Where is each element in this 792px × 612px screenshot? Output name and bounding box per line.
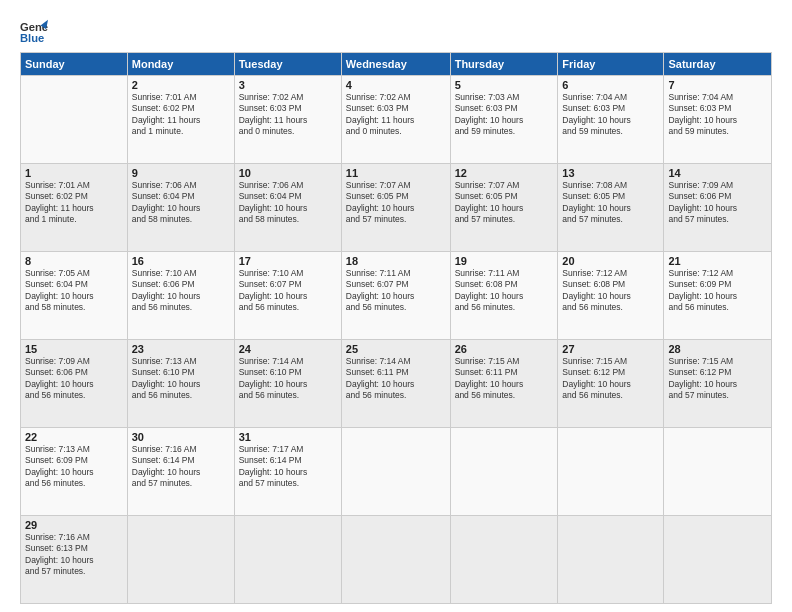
calendar-cell: 11Sunrise: 7:07 AM Sunset: 6:05 PM Dayli… <box>341 164 450 252</box>
calendar-cell: 23Sunrise: 7:13 AM Sunset: 6:10 PM Dayli… <box>127 340 234 428</box>
day-info: Sunrise: 7:12 AM Sunset: 6:08 PM Dayligh… <box>562 268 659 314</box>
calendar-cell: 6Sunrise: 7:04 AM Sunset: 6:03 PM Daylig… <box>558 76 664 164</box>
calendar-cell: 16Sunrise: 7:10 AM Sunset: 6:06 PM Dayli… <box>127 252 234 340</box>
day-number: 15 <box>25 343 123 355</box>
day-number: 24 <box>239 343 337 355</box>
day-header: Wednesday <box>341 53 450 76</box>
day-info: Sunrise: 7:13 AM Sunset: 6:09 PM Dayligh… <box>25 444 123 490</box>
day-info: Sunrise: 7:09 AM Sunset: 6:06 PM Dayligh… <box>25 356 123 402</box>
day-number: 8 <box>25 255 123 267</box>
calendar-cell: 31Sunrise: 7:17 AM Sunset: 6:14 PM Dayli… <box>234 428 341 516</box>
day-info: Sunrise: 7:15 AM Sunset: 6:11 PM Dayligh… <box>455 356 554 402</box>
day-number: 7 <box>668 79 767 91</box>
calendar-cell: 3Sunrise: 7:02 AM Sunset: 6:03 PM Daylig… <box>234 76 341 164</box>
calendar-table: SundayMondayTuesdayWednesdayThursdayFrid… <box>20 52 772 604</box>
day-number: 12 <box>455 167 554 179</box>
calendar-cell <box>21 76 128 164</box>
calendar-cell <box>450 428 558 516</box>
calendar-week: 1Sunrise: 7:01 AM Sunset: 6:02 PM Daylig… <box>21 164 772 252</box>
day-info: Sunrise: 7:04 AM Sunset: 6:03 PM Dayligh… <box>668 92 767 138</box>
day-number: 26 <box>455 343 554 355</box>
day-info: Sunrise: 7:02 AM Sunset: 6:03 PM Dayligh… <box>346 92 446 138</box>
day-number: 5 <box>455 79 554 91</box>
day-number: 16 <box>132 255 230 267</box>
day-number: 30 <box>132 431 230 443</box>
calendar-cell: 20Sunrise: 7:12 AM Sunset: 6:08 PM Dayli… <box>558 252 664 340</box>
day-info: Sunrise: 7:06 AM Sunset: 6:04 PM Dayligh… <box>132 180 230 226</box>
calendar-cell <box>341 516 450 604</box>
calendar-cell: 10Sunrise: 7:06 AM Sunset: 6:04 PM Dayli… <box>234 164 341 252</box>
calendar-cell: 29Sunrise: 7:16 AM Sunset: 6:13 PM Dayli… <box>21 516 128 604</box>
day-info: Sunrise: 7:09 AM Sunset: 6:06 PM Dayligh… <box>668 180 767 226</box>
svg-text:Blue: Blue <box>20 32 44 44</box>
calendar-cell: 21Sunrise: 7:12 AM Sunset: 6:09 PM Dayli… <box>664 252 772 340</box>
calendar-week: 29Sunrise: 7:16 AM Sunset: 6:13 PM Dayli… <box>21 516 772 604</box>
day-number: 28 <box>668 343 767 355</box>
day-header: Thursday <box>450 53 558 76</box>
calendar-cell: 5Sunrise: 7:03 AM Sunset: 6:03 PM Daylig… <box>450 76 558 164</box>
day-number: 1 <box>25 167 123 179</box>
calendar-cell: 15Sunrise: 7:09 AM Sunset: 6:06 PM Dayli… <box>21 340 128 428</box>
calendar-cell: 28Sunrise: 7:15 AM Sunset: 6:12 PM Dayli… <box>664 340 772 428</box>
day-number: 29 <box>25 519 123 531</box>
calendar-cell: 14Sunrise: 7:09 AM Sunset: 6:06 PM Dayli… <box>664 164 772 252</box>
logo: General Blue <box>20 18 48 46</box>
calendar-cell: 12Sunrise: 7:07 AM Sunset: 6:05 PM Dayli… <box>450 164 558 252</box>
day-info: Sunrise: 7:04 AM Sunset: 6:03 PM Dayligh… <box>562 92 659 138</box>
day-number: 14 <box>668 167 767 179</box>
calendar-cell: 30Sunrise: 7:16 AM Sunset: 6:14 PM Dayli… <box>127 428 234 516</box>
logo-icon: General Blue <box>20 18 48 46</box>
day-info: Sunrise: 7:06 AM Sunset: 6:04 PM Dayligh… <box>239 180 337 226</box>
day-number: 23 <box>132 343 230 355</box>
day-number: 20 <box>562 255 659 267</box>
calendar-cell <box>664 516 772 604</box>
calendar-cell: 4Sunrise: 7:02 AM Sunset: 6:03 PM Daylig… <box>341 76 450 164</box>
calendar-cell: 27Sunrise: 7:15 AM Sunset: 6:12 PM Dayli… <box>558 340 664 428</box>
day-info: Sunrise: 7:03 AM Sunset: 6:03 PM Dayligh… <box>455 92 554 138</box>
day-info: Sunrise: 7:16 AM Sunset: 6:13 PM Dayligh… <box>25 532 123 578</box>
calendar-cell <box>558 428 664 516</box>
calendar-cell: 24Sunrise: 7:14 AM Sunset: 6:10 PM Dayli… <box>234 340 341 428</box>
calendar-cell <box>234 516 341 604</box>
day-header: Monday <box>127 53 234 76</box>
calendar-week: 22Sunrise: 7:13 AM Sunset: 6:09 PM Dayli… <box>21 428 772 516</box>
day-number: 6 <box>562 79 659 91</box>
day-number: 22 <box>25 431 123 443</box>
day-info: Sunrise: 7:15 AM Sunset: 6:12 PM Dayligh… <box>562 356 659 402</box>
day-number: 18 <box>346 255 446 267</box>
day-number: 4 <box>346 79 446 91</box>
day-number: 11 <box>346 167 446 179</box>
day-info: Sunrise: 7:16 AM Sunset: 6:14 PM Dayligh… <box>132 444 230 490</box>
calendar-week: 8Sunrise: 7:05 AM Sunset: 6:04 PM Daylig… <box>21 252 772 340</box>
day-info: Sunrise: 7:14 AM Sunset: 6:11 PM Dayligh… <box>346 356 446 402</box>
day-info: Sunrise: 7:11 AM Sunset: 6:08 PM Dayligh… <box>455 268 554 314</box>
calendar-cell <box>341 428 450 516</box>
calendar-cell: 17Sunrise: 7:10 AM Sunset: 6:07 PM Dayli… <box>234 252 341 340</box>
calendar-cell: 8Sunrise: 7:05 AM Sunset: 6:04 PM Daylig… <box>21 252 128 340</box>
calendar-cell <box>450 516 558 604</box>
calendar-body: 2Sunrise: 7:01 AM Sunset: 6:02 PM Daylig… <box>21 76 772 604</box>
calendar-cell <box>664 428 772 516</box>
calendar-cell: 1Sunrise: 7:01 AM Sunset: 6:02 PM Daylig… <box>21 164 128 252</box>
day-number: 27 <box>562 343 659 355</box>
calendar-cell <box>127 516 234 604</box>
page-container: General Blue SundayMondayTuesdayWednesda… <box>0 0 792 612</box>
day-info: Sunrise: 7:07 AM Sunset: 6:05 PM Dayligh… <box>455 180 554 226</box>
day-info: Sunrise: 7:12 AM Sunset: 6:09 PM Dayligh… <box>668 268 767 314</box>
calendar-cell: 26Sunrise: 7:15 AM Sunset: 6:11 PM Dayli… <box>450 340 558 428</box>
day-number: 21 <box>668 255 767 267</box>
day-info: Sunrise: 7:08 AM Sunset: 6:05 PM Dayligh… <box>562 180 659 226</box>
day-info: Sunrise: 7:01 AM Sunset: 6:02 PM Dayligh… <box>25 180 123 226</box>
day-number: 9 <box>132 167 230 179</box>
day-header: Friday <box>558 53 664 76</box>
day-info: Sunrise: 7:11 AM Sunset: 6:07 PM Dayligh… <box>346 268 446 314</box>
calendar-cell: 18Sunrise: 7:11 AM Sunset: 6:07 PM Dayli… <box>341 252 450 340</box>
calendar-cell: 19Sunrise: 7:11 AM Sunset: 6:08 PM Dayli… <box>450 252 558 340</box>
day-number: 19 <box>455 255 554 267</box>
day-info: Sunrise: 7:07 AM Sunset: 6:05 PM Dayligh… <box>346 180 446 226</box>
calendar-cell: 9Sunrise: 7:06 AM Sunset: 6:04 PM Daylig… <box>127 164 234 252</box>
day-info: Sunrise: 7:01 AM Sunset: 6:02 PM Dayligh… <box>132 92 230 138</box>
calendar-cell: 22Sunrise: 7:13 AM Sunset: 6:09 PM Dayli… <box>21 428 128 516</box>
day-number: 10 <box>239 167 337 179</box>
calendar-header: SundayMondayTuesdayWednesdayThursdayFrid… <box>21 53 772 76</box>
